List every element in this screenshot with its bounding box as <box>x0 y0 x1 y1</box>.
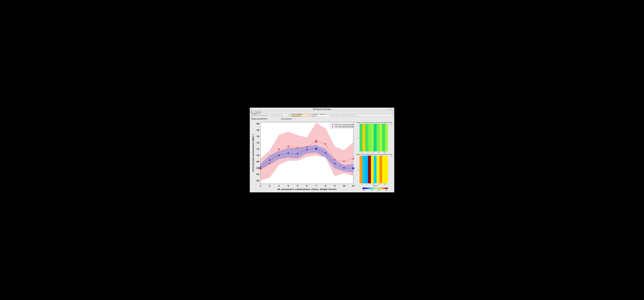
main-chart-svg: 626466687072747678801234567891011ML para… <box>251 121 355 191</box>
classifier-dropdown[interactable]: Classifier 1: Patient vs Control <box>311 114 330 116</box>
svg-point-49 <box>288 152 289 154</box>
heatmap-cell <box>380 156 382 183</box>
svg-point-57 <box>260 168 261 169</box>
svg-text:74: 74 <box>256 142 259 144</box>
svg-point-64 <box>325 143 326 144</box>
menu-overflow[interactable]: ▾ <box>392 111 393 113</box>
heatmap-cv1-canvas: Permutations 1 <box>360 124 388 152</box>
svg-text:1: 1 <box>260 185 261 187</box>
menu-compare[interactable]: Compare <box>255 111 262 113</box>
heatmap-cell <box>380 124 382 152</box>
analysis-dropdown[interactable]: Analysis 1 [ hammers_GM_baseline ] <box>251 114 270 116</box>
heatmap-xtick: 8 <box>378 183 379 185</box>
svg-text:76: 76 <box>256 135 259 138</box>
heatmap-cv1-popout-button[interactable]: F <box>391 124 393 126</box>
svg-text:CV2 test performance: CV2 test performance <box>334 126 354 128</box>
heatmap-cell <box>382 124 385 152</box>
colorbar: 60708090 <box>362 188 388 191</box>
heatmap-xtick: 10 <box>384 183 386 185</box>
modality-dropdown[interactable]: Select Modality <box>344 114 393 116</box>
heatmap-cv1-xticks: 246810 <box>360 152 388 153</box>
heatmap-xtick: 4 <box>367 183 368 185</box>
svg-point-60 <box>288 146 289 147</box>
colorbar-ticks: 60708090 <box>362 189 388 191</box>
chart-popout-button[interactable]: F <box>353 122 355 124</box>
heatmap-xtick: 4 <box>367 152 368 153</box>
svg-point-61 <box>297 147 298 148</box>
svg-point-52 <box>316 148 316 149</box>
svg-point-47 <box>269 160 270 161</box>
svg-point-55 <box>344 168 344 168</box>
heatmap-cv2: Mean CV2 Performance at CV2 partition le… <box>356 153 393 191</box>
window-title: NM Results Manager <box>250 108 394 110</box>
plot-row: 626466687072747678801234567891011ML para… <box>250 121 394 192</box>
heatmap-cell <box>368 156 371 183</box>
label-dropdown[interactable]: Select Label <box>331 114 344 116</box>
heatmap-cv2-canvas: Permutations 1 <box>360 156 388 183</box>
svg-text:5: 5 <box>297 185 298 187</box>
titlebar: ▲ NM Results Manager <box>250 108 394 111</box>
svg-point-63 <box>316 141 316 142</box>
heatmap-cv1-ytick: 1 <box>358 137 359 138</box>
svg-text:7: 7 <box>316 185 317 187</box>
svg-text:9: 9 <box>334 185 336 187</box>
svg-text:62: 62 <box>256 180 259 182</box>
svg-text:10: 10 <box>343 185 346 187</box>
heatmap-cell <box>382 156 385 183</box>
heatmap-cell <box>374 156 376 183</box>
svg-point-54 <box>334 163 335 164</box>
side-plots: Mean CV1 Performance at CV2 partition le… <box>356 121 393 191</box>
toolbar: Analysis 1 [ hammers_GM_baseline ] Train… <box>250 114 394 117</box>
heatmap-cell <box>368 124 371 152</box>
heatmap-xtick: 8 <box>378 152 379 153</box>
app-window: ▲ NM Results Manager File Compare ▾ Anal… <box>250 108 394 192</box>
minimize-button[interactable] <box>388 108 389 110</box>
metric-dropdown[interactable]: Cross-validation performances <box>291 114 310 116</box>
svg-text:78: 78 <box>256 129 259 131</box>
maximize-button[interactable] <box>390 108 392 110</box>
heatmap-cell <box>371 124 374 152</box>
svg-text:4: 4 <box>288 185 289 187</box>
svg-point-59 <box>278 149 280 150</box>
heatmap-cv2-popout-button[interactable]: F <box>391 156 393 158</box>
model-params-section: Model parameters All parameters <box>250 117 394 121</box>
param-filter-dropdown[interactable]: All parameters <box>280 118 296 120</box>
svg-text:80: 80 <box>256 123 259 125</box>
heatmap-xtick: 2 <box>362 183 363 185</box>
menubar: File Compare ▾ <box>250 111 394 114</box>
svg-point-66 <box>344 161 344 162</box>
svg-text:2: 2 <box>269 185 270 187</box>
svg-text:CV1/CV2-test performance [BAC : CV1/CV2-test performance [BAC ] <box>252 134 254 172</box>
section-title: Model parameters <box>251 118 267 120</box>
heatmap-cell <box>374 124 376 152</box>
svg-point-67 <box>353 158 354 159</box>
menu-file[interactable]: File <box>250 111 253 113</box>
svg-text:3: 3 <box>278 185 280 187</box>
svg-point-58 <box>269 163 270 164</box>
app-icon: ▲ <box>250 108 252 110</box>
main-chart: 626466687072747678801234567891011ML para… <box>251 121 355 191</box>
heatmap-cell <box>385 124 388 152</box>
heatmap-cell <box>371 156 374 183</box>
heatmap-cell <box>385 156 388 183</box>
svg-text:72: 72 <box>256 148 259 150</box>
heatmap-cv1: Mean CV1 Performance at CV2 partition le… <box>356 121 393 153</box>
heatmap-cell <box>362 156 365 183</box>
heatmap-cell <box>376 156 380 183</box>
heatmap-xtick: 10 <box>384 152 386 153</box>
svg-point-51 <box>306 149 308 150</box>
close-button[interactable] <box>392 108 394 110</box>
heatmap-cv2-ytick: 1 <box>358 169 359 170</box>
svg-point-74 <box>332 124 333 125</box>
heatmap-xtick: 2 <box>362 152 363 153</box>
svg-text:11: 11 <box>352 185 354 187</box>
svg-point-46 <box>260 166 261 168</box>
svg-text:ML parameters combinations: [S: ML parameters combinations: [Slack, Weig… <box>277 188 336 190</box>
svg-text:6: 6 <box>306 185 308 187</box>
dataset-dropdown[interactable]: Training/CV data <box>271 114 290 116</box>
colorbar-tick: 90 <box>386 189 387 191</box>
svg-point-53 <box>325 152 326 154</box>
svg-point-50 <box>297 153 298 154</box>
heatmap-cell <box>360 124 362 152</box>
heatmap-cell <box>376 124 380 152</box>
